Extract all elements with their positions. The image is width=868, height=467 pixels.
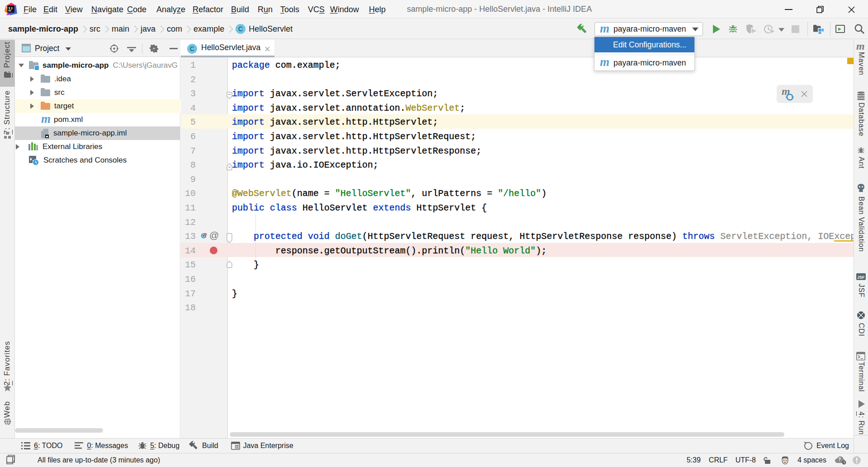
svg-text:?: ? <box>838 457 841 462</box>
svg-text:JSF: JSF <box>857 275 865 280</box>
svg-text:EE: EE <box>235 445 239 448</box>
